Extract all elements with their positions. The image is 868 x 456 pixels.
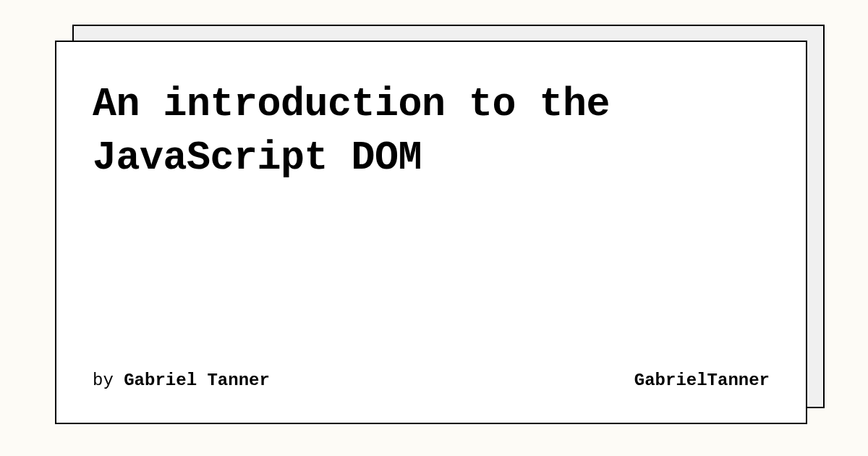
byline-prefix: by xyxy=(93,371,114,390)
card-footer: by Gabriel Tanner GabrielTanner xyxy=(93,371,770,390)
byline-author: Gabriel Tanner xyxy=(124,371,270,390)
card-main: An introduction to the JavaScript DOM by… xyxy=(55,41,807,424)
site-name: GabrielTanner xyxy=(634,371,770,390)
byline: by Gabriel Tanner xyxy=(93,371,270,390)
article-title: An introduction to the JavaScript DOM xyxy=(93,78,770,186)
